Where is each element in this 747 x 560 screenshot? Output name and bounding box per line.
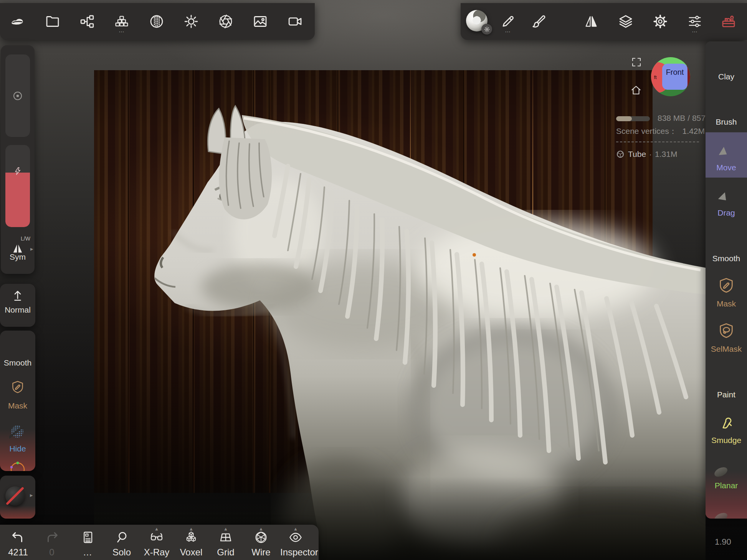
solo-label: Solo bbox=[106, 547, 137, 558]
circle-dot-icon bbox=[12, 90, 23, 102]
tool-label: SelMask bbox=[706, 344, 747, 354]
tool-label: Clay bbox=[706, 72, 747, 81]
wood-seam bbox=[410, 70, 411, 493]
tool-selmask[interactable]: SelMask bbox=[706, 314, 747, 359]
tool-planar[interactable]: Planar bbox=[706, 450, 747, 496]
left-stroke-panel: L/W ▸ Sym bbox=[1, 45, 35, 274]
left-quick-tools-panel: Smooth Mask Hide bbox=[0, 331, 35, 471]
redo-button[interactable]: 0 bbox=[36, 530, 67, 558]
nomad-logo-icon[interactable] bbox=[10, 14, 25, 29]
sym-lw-label: L/W bbox=[21, 236, 30, 242]
background-image-icon[interactable] bbox=[253, 14, 268, 29]
camera-video-icon[interactable] bbox=[288, 14, 303, 29]
top-left-toolbar: … bbox=[0, 3, 315, 40]
radius-slider[interactable] bbox=[5, 54, 30, 137]
material-sphere-icon[interactable] bbox=[149, 14, 164, 29]
symmetry-mirror-icon[interactable] bbox=[583, 14, 599, 29]
redo-icon bbox=[45, 530, 59, 545]
top-right-toolbar: … … bbox=[461, 3, 747, 40]
grid-label: Grid bbox=[210, 547, 241, 558]
active-tool-sphere-icon[interactable] bbox=[466, 10, 488, 31]
mask-shield-icon bbox=[717, 277, 735, 294]
smooth-quick-label: Smooth bbox=[0, 358, 35, 367]
gizmo-left-label: ft bbox=[654, 74, 657, 80]
wire-label: Wire bbox=[246, 547, 276, 558]
scene-vertices: Scene vertices： 1.42M bbox=[616, 126, 705, 137]
files-folder-icon[interactable] bbox=[45, 14, 60, 29]
mask-quick-label: Mask bbox=[0, 401, 35, 410]
scale-indicator: 1.90 bbox=[715, 537, 745, 547]
orientation-gizmo[interactable]: Front ft bbox=[651, 57, 691, 97]
grid-button[interactable]: ▲ Grid bbox=[210, 530, 241, 558]
postprocess-aperture-icon[interactable] bbox=[218, 14, 233, 29]
falloff-panel[interactable]: ▸ bbox=[0, 476, 35, 519]
object-separator: · bbox=[649, 150, 652, 159]
lighting-sun-icon[interactable] bbox=[183, 14, 199, 29]
tool-settings-gear-icon[interactable] bbox=[481, 24, 492, 35]
hide-quick-icon[interactable] bbox=[9, 423, 25, 440]
grid-plane-icon bbox=[218, 530, 233, 545]
home-icon[interactable] bbox=[630, 84, 642, 96]
tool-label: Move bbox=[706, 163, 747, 172]
wood-seam bbox=[532, 70, 533, 493]
tool-label: Paint bbox=[706, 390, 747, 399]
undo-button[interactable]: 4211 bbox=[3, 530, 33, 558]
scene-vertices-value: 1.42M bbox=[683, 127, 705, 135]
tool-paint[interactable]: Paint bbox=[706, 359, 747, 405]
tool-label: Drag bbox=[706, 208, 747, 217]
sliders-more-dots: … bbox=[687, 27, 702, 33]
fullscreen-icon[interactable] bbox=[631, 56, 642, 68]
tool-partial[interactable] bbox=[706, 496, 747, 519]
gizmo-front-label: Front bbox=[666, 68, 684, 76]
mask-quick-icon[interactable] bbox=[10, 380, 25, 394]
falloff-expand-chevron[interactable]: ▸ bbox=[30, 492, 33, 499]
scene-vertices-label: Scene vertices： bbox=[616, 127, 677, 135]
voxel-cubes-icon bbox=[184, 530, 198, 545]
xray-button[interactable]: ▲ X-Ray bbox=[141, 530, 172, 558]
sym-expand-chevron[interactable]: ▸ bbox=[30, 245, 33, 252]
voxel-caret-icon: ▲ bbox=[189, 527, 193, 531]
nomad-sculpt-app: Front ft 838 MB / 857 MB Scene vertices：… bbox=[0, 0, 747, 560]
inspector-label: Inspector bbox=[280, 547, 311, 558]
stroke-normal-panel[interactable]: Normal bbox=[0, 284, 35, 327]
wood-seam bbox=[463, 70, 464, 493]
toolbox-icon[interactable] bbox=[721, 14, 736, 29]
hide-quick-label: Hide bbox=[0, 444, 35, 453]
tool-smudge[interactable]: Smudge bbox=[706, 405, 747, 450]
intensity-slider[interactable] bbox=[5, 145, 30, 227]
wood-seam bbox=[337, 70, 339, 493]
gizmo-quick-icon-partial[interactable] bbox=[8, 460, 27, 471]
wood-seam bbox=[253, 70, 254, 493]
smudge-finger-icon bbox=[718, 413, 735, 430]
selmask-shield-icon bbox=[717, 322, 735, 339]
scene-graph-icon[interactable] bbox=[79, 14, 95, 29]
memory-usage-bar bbox=[616, 116, 650, 121]
arrow-up-normal-icon bbox=[11, 288, 25, 302]
layers-icon[interactable] bbox=[618, 14, 633, 29]
voxel-button[interactable]: ▲ Voxel bbox=[176, 530, 207, 558]
tool-smooth[interactable]: Smooth bbox=[706, 223, 747, 268]
tool-drag[interactable]: Drag bbox=[706, 178, 747, 223]
pen-more-dots: … bbox=[500, 27, 516, 33]
viewport-reference-photo[interactable] bbox=[94, 70, 653, 493]
wire-button[interactable]: ▲ Wire bbox=[246, 530, 276, 558]
tool-brush[interactable]: Brush bbox=[706, 87, 747, 132]
notes-button[interactable]: … bbox=[72, 530, 103, 558]
inspector-button[interactable]: ▲ Inspector bbox=[280, 530, 311, 558]
wood-seam bbox=[269, 70, 270, 493]
selected-object-row[interactable]: Tube · 1.31M bbox=[616, 150, 677, 159]
paint-brush-icon[interactable] bbox=[531, 14, 546, 29]
wireframe-sphere-icon bbox=[254, 530, 268, 545]
tool-move-selected[interactable]: Move bbox=[706, 132, 747, 178]
undo-count: 4211 bbox=[3, 547, 33, 558]
tool-mask[interactable]: Mask bbox=[706, 268, 747, 314]
lightning-icon bbox=[13, 166, 23, 176]
tool-clay[interactable]: Clay bbox=[706, 41, 747, 87]
tool-label: Smudge bbox=[706, 436, 747, 445]
notes-book-icon bbox=[80, 530, 95, 545]
voxel-label: Voxel bbox=[176, 547, 207, 558]
object-name: Tube bbox=[628, 150, 646, 159]
settings-gear-icon[interactable] bbox=[653, 14, 668, 29]
tool-label: Smooth bbox=[706, 254, 747, 263]
solo-button[interactable]: Solo bbox=[106, 530, 137, 558]
